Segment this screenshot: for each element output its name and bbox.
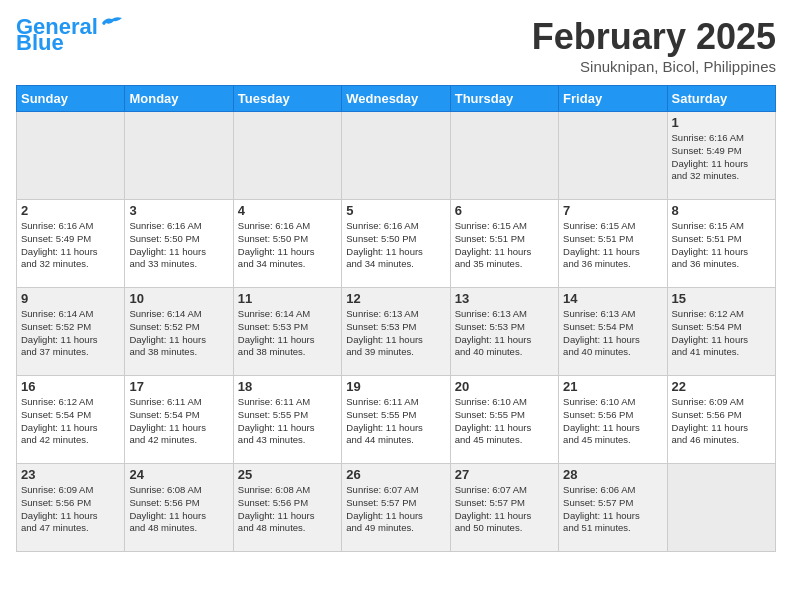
- calendar-cell: 6Sunrise: 6:15 AM Sunset: 5:51 PM Daylig…: [450, 200, 558, 288]
- calendar-cell: 25Sunrise: 6:08 AM Sunset: 5:56 PM Dayli…: [233, 464, 341, 552]
- logo-bird-icon: [100, 15, 122, 31]
- day-info: Sunrise: 6:16 AM Sunset: 5:50 PM Dayligh…: [346, 220, 445, 271]
- calendar-cell: [450, 112, 558, 200]
- day-header-sunday: Sunday: [17, 86, 125, 112]
- day-number: 22: [672, 379, 771, 394]
- day-info: Sunrise: 6:15 AM Sunset: 5:51 PM Dayligh…: [455, 220, 554, 271]
- day-number: 23: [21, 467, 120, 482]
- day-info: Sunrise: 6:16 AM Sunset: 5:49 PM Dayligh…: [21, 220, 120, 271]
- calendar-cell: 12Sunrise: 6:13 AM Sunset: 5:53 PM Dayli…: [342, 288, 450, 376]
- page-header: General Blue February 2025 Sinuknipan, B…: [16, 16, 776, 75]
- day-info: Sunrise: 6:16 AM Sunset: 5:50 PM Dayligh…: [129, 220, 228, 271]
- calendar-cell: 8Sunrise: 6:15 AM Sunset: 5:51 PM Daylig…: [667, 200, 775, 288]
- calendar-cell: 3Sunrise: 6:16 AM Sunset: 5:50 PM Daylig…: [125, 200, 233, 288]
- calendar-cell: 11Sunrise: 6:14 AM Sunset: 5:53 PM Dayli…: [233, 288, 341, 376]
- day-number: 28: [563, 467, 662, 482]
- calendar-cell: 17Sunrise: 6:11 AM Sunset: 5:54 PM Dayli…: [125, 376, 233, 464]
- logo: General Blue: [16, 16, 122, 54]
- day-info: Sunrise: 6:11 AM Sunset: 5:55 PM Dayligh…: [346, 396, 445, 447]
- calendar-cell: [559, 112, 667, 200]
- day-info: Sunrise: 6:14 AM Sunset: 5:53 PM Dayligh…: [238, 308, 337, 359]
- day-header-tuesday: Tuesday: [233, 86, 341, 112]
- calendar-cell: 20Sunrise: 6:10 AM Sunset: 5:55 PM Dayli…: [450, 376, 558, 464]
- calendar-table: SundayMondayTuesdayWednesdayThursdayFrid…: [16, 85, 776, 552]
- calendar-cell: 7Sunrise: 6:15 AM Sunset: 5:51 PM Daylig…: [559, 200, 667, 288]
- calendar-week-row: 23Sunrise: 6:09 AM Sunset: 5:56 PM Dayli…: [17, 464, 776, 552]
- day-number: 10: [129, 291, 228, 306]
- calendar-cell: 23Sunrise: 6:09 AM Sunset: 5:56 PM Dayli…: [17, 464, 125, 552]
- calendar-week-row: 2Sunrise: 6:16 AM Sunset: 5:49 PM Daylig…: [17, 200, 776, 288]
- day-info: Sunrise: 6:10 AM Sunset: 5:56 PM Dayligh…: [563, 396, 662, 447]
- calendar-week-row: 16Sunrise: 6:12 AM Sunset: 5:54 PM Dayli…: [17, 376, 776, 464]
- day-info: Sunrise: 6:13 AM Sunset: 5:54 PM Dayligh…: [563, 308, 662, 359]
- calendar-cell: 27Sunrise: 6:07 AM Sunset: 5:57 PM Dayli…: [450, 464, 558, 552]
- day-info: Sunrise: 6:16 AM Sunset: 5:50 PM Dayligh…: [238, 220, 337, 271]
- day-number: 14: [563, 291, 662, 306]
- day-number: 1: [672, 115, 771, 130]
- day-info: Sunrise: 6:08 AM Sunset: 5:56 PM Dayligh…: [129, 484, 228, 535]
- calendar-header-row: SundayMondayTuesdayWednesdayThursdayFrid…: [17, 86, 776, 112]
- day-info: Sunrise: 6:13 AM Sunset: 5:53 PM Dayligh…: [455, 308, 554, 359]
- day-number: 15: [672, 291, 771, 306]
- day-number: 13: [455, 291, 554, 306]
- day-info: Sunrise: 6:06 AM Sunset: 5:57 PM Dayligh…: [563, 484, 662, 535]
- month-title: February 2025: [532, 16, 776, 58]
- day-number: 19: [346, 379, 445, 394]
- calendar-cell: 9Sunrise: 6:14 AM Sunset: 5:52 PM Daylig…: [17, 288, 125, 376]
- day-info: Sunrise: 6:14 AM Sunset: 5:52 PM Dayligh…: [21, 308, 120, 359]
- day-number: 16: [21, 379, 120, 394]
- calendar-cell: 26Sunrise: 6:07 AM Sunset: 5:57 PM Dayli…: [342, 464, 450, 552]
- calendar-cell: 24Sunrise: 6:08 AM Sunset: 5:56 PM Dayli…: [125, 464, 233, 552]
- calendar-cell: [17, 112, 125, 200]
- day-number: 4: [238, 203, 337, 218]
- day-info: Sunrise: 6:08 AM Sunset: 5:56 PM Dayligh…: [238, 484, 337, 535]
- day-number: 25: [238, 467, 337, 482]
- day-info: Sunrise: 6:12 AM Sunset: 5:54 PM Dayligh…: [672, 308, 771, 359]
- day-number: 9: [21, 291, 120, 306]
- calendar-cell: 21Sunrise: 6:10 AM Sunset: 5:56 PM Dayli…: [559, 376, 667, 464]
- day-info: Sunrise: 6:07 AM Sunset: 5:57 PM Dayligh…: [346, 484, 445, 535]
- calendar-cell: 14Sunrise: 6:13 AM Sunset: 5:54 PM Dayli…: [559, 288, 667, 376]
- day-number: 11: [238, 291, 337, 306]
- day-info: Sunrise: 6:14 AM Sunset: 5:52 PM Dayligh…: [129, 308, 228, 359]
- day-info: Sunrise: 6:11 AM Sunset: 5:55 PM Dayligh…: [238, 396, 337, 447]
- day-info: Sunrise: 6:07 AM Sunset: 5:57 PM Dayligh…: [455, 484, 554, 535]
- day-number: 8: [672, 203, 771, 218]
- calendar-cell: [342, 112, 450, 200]
- day-info: Sunrise: 6:09 AM Sunset: 5:56 PM Dayligh…: [672, 396, 771, 447]
- day-header-thursday: Thursday: [450, 86, 558, 112]
- calendar-cell: 10Sunrise: 6:14 AM Sunset: 5:52 PM Dayli…: [125, 288, 233, 376]
- day-number: 7: [563, 203, 662, 218]
- day-number: 17: [129, 379, 228, 394]
- day-number: 21: [563, 379, 662, 394]
- logo-blue: Blue: [16, 32, 64, 54]
- day-info: Sunrise: 6:16 AM Sunset: 5:49 PM Dayligh…: [672, 132, 771, 183]
- calendar-cell: 22Sunrise: 6:09 AM Sunset: 5:56 PM Dayli…: [667, 376, 775, 464]
- day-number: 6: [455, 203, 554, 218]
- day-number: 2: [21, 203, 120, 218]
- calendar-cell: 18Sunrise: 6:11 AM Sunset: 5:55 PM Dayli…: [233, 376, 341, 464]
- day-header-monday: Monday: [125, 86, 233, 112]
- calendar-week-row: 9Sunrise: 6:14 AM Sunset: 5:52 PM Daylig…: [17, 288, 776, 376]
- title-section: February 2025 Sinuknipan, Bicol, Philipp…: [532, 16, 776, 75]
- day-info: Sunrise: 6:15 AM Sunset: 5:51 PM Dayligh…: [672, 220, 771, 271]
- calendar-cell: 15Sunrise: 6:12 AM Sunset: 5:54 PM Dayli…: [667, 288, 775, 376]
- calendar-cell: [233, 112, 341, 200]
- calendar-cell: 1Sunrise: 6:16 AM Sunset: 5:49 PM Daylig…: [667, 112, 775, 200]
- day-info: Sunrise: 6:09 AM Sunset: 5:56 PM Dayligh…: [21, 484, 120, 535]
- day-info: Sunrise: 6:13 AM Sunset: 5:53 PM Dayligh…: [346, 308, 445, 359]
- calendar-cell: 5Sunrise: 6:16 AM Sunset: 5:50 PM Daylig…: [342, 200, 450, 288]
- calendar-cell: 4Sunrise: 6:16 AM Sunset: 5:50 PM Daylig…: [233, 200, 341, 288]
- day-number: 18: [238, 379, 337, 394]
- day-number: 26: [346, 467, 445, 482]
- day-header-saturday: Saturday: [667, 86, 775, 112]
- calendar-week-row: 1Sunrise: 6:16 AM Sunset: 5:49 PM Daylig…: [17, 112, 776, 200]
- calendar-cell: 13Sunrise: 6:13 AM Sunset: 5:53 PM Dayli…: [450, 288, 558, 376]
- day-number: 20: [455, 379, 554, 394]
- calendar-cell: 2Sunrise: 6:16 AM Sunset: 5:49 PM Daylig…: [17, 200, 125, 288]
- day-number: 27: [455, 467, 554, 482]
- day-number: 24: [129, 467, 228, 482]
- calendar-cell: [125, 112, 233, 200]
- calendar-cell: 19Sunrise: 6:11 AM Sunset: 5:55 PM Dayli…: [342, 376, 450, 464]
- day-number: 3: [129, 203, 228, 218]
